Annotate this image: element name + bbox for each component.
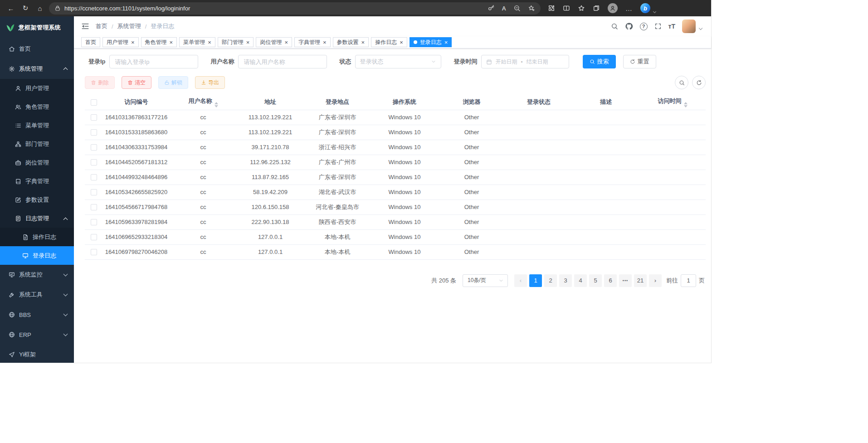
sidebar-item-operation-log[interactable]: 操作日志	[0, 228, 74, 246]
tab-dict-mgmt[interactable]: 字典管理×	[294, 37, 331, 47]
tab-close-icon[interactable]: ×	[361, 39, 365, 45]
tab-operation-log[interactable]: 操作日志×	[371, 37, 407, 47]
tab-close-icon[interactable]: ×	[131, 39, 135, 45]
search-button[interactable]: 搜索	[583, 55, 616, 68]
page-button-5[interactable]: 5	[589, 274, 602, 287]
table-row[interactable]: 1641044520567181312cc112.96.225.132广东省-广…	[85, 155, 706, 170]
browser-back-button[interactable]: ←	[4, 1, 18, 15]
tab-close-icon[interactable]: ×	[170, 39, 173, 45]
tab-role-mgmt[interactable]: 角色管理×	[141, 37, 177, 47]
header-search-icon[interactable]	[611, 23, 618, 30]
sort-icon[interactable]	[215, 102, 218, 107]
column-header-username[interactable]: 用户名称	[170, 95, 237, 110]
select-all-checkbox[interactable]	[91, 99, 97, 106]
delete-button[interactable]: 删除	[85, 76, 115, 89]
table-row[interactable]: 1641054566717984768cc120.6.150.158河北省-秦皇…	[85, 200, 706, 214]
table-row[interactable]: 1641069652933218304cc127.0.0.1本地-本机Windo…	[85, 229, 706, 244]
table-row[interactable]: 1641031533185863680cc113.102.129.221广东省-…	[85, 125, 706, 140]
status-select[interactable]: 登录状态	[355, 55, 441, 68]
row-checkbox[interactable]	[91, 114, 97, 121]
tab-close-icon[interactable]: ×	[208, 39, 211, 45]
table-row[interactable]: 1641053426655825920cc58.19.42.209湖北省-武汉市…	[85, 185, 706, 200]
password-key-icon[interactable]	[488, 5, 495, 12]
browser-home-button[interactable]: ⌂	[33, 1, 47, 15]
row-checkbox[interactable]	[91, 234, 97, 240]
sidebar-item-system-tools[interactable]: 系统工具	[0, 285, 74, 305]
prev-page-button[interactable]: ‹	[514, 274, 527, 287]
goto-page-input[interactable]	[681, 274, 696, 287]
column-header-visit-time[interactable]: 访问时间	[639, 95, 706, 110]
reset-button[interactable]: 重置	[623, 55, 656, 68]
browser-profile-avatar[interactable]	[608, 3, 618, 13]
sidebar-item-user-mgmt[interactable]: 用户管理	[0, 79, 74, 97]
help-icon[interactable]: ?	[640, 23, 648, 30]
row-checkbox[interactable]	[91, 204, 97, 210]
page-size-select[interactable]: 10条/页	[463, 274, 508, 287]
user-avatar[interactable]	[682, 19, 696, 33]
table-row[interactable]: 1641043063331753984cc39.171.210.78浙江省-绍兴…	[85, 140, 706, 155]
tab-menu-mgmt[interactable]: 菜单管理×	[179, 37, 215, 47]
clear-button[interactable]: 清空	[122, 76, 151, 89]
fullscreen-icon[interactable]	[654, 23, 662, 30]
row-checkbox[interactable]	[91, 219, 97, 225]
tab-close-icon[interactable]: ×	[323, 39, 327, 45]
login-time-range-picker[interactable]: 开始日期 - 结束日期	[481, 55, 569, 68]
unlock-button[interactable]: 解锁	[158, 76, 188, 89]
app-logo[interactable]: 意框架管理系统	[0, 16, 74, 39]
zoom-out-icon[interactable]	[513, 5, 521, 12]
sidebar-item-system-monitor[interactable]: 系统监控	[0, 265, 74, 285]
table-row[interactable]: 1641031367863177216cc113.102.129.221广东省-…	[85, 110, 706, 125]
font-size-icon[interactable]: тT	[668, 23, 675, 30]
row-checkbox[interactable]	[91, 174, 97, 180]
page-button-21[interactable]: 21	[634, 274, 647, 287]
username-input[interactable]	[238, 55, 327, 68]
github-icon[interactable]	[625, 22, 633, 30]
tab-post-mgmt[interactable]: 岗位管理×	[256, 37, 292, 47]
read-aloud-icon[interactable]: A	[502, 5, 506, 12]
add-favorite-icon[interactable]	[528, 5, 535, 12]
bing-copilot-icon[interactable]: b	[640, 3, 650, 13]
page-button-1[interactable]: 1	[529, 274, 542, 287]
breadcrumb-item[interactable]: 首页	[96, 22, 107, 30]
login-ip-input[interactable]	[109, 55, 198, 68]
sidebar-toggle-icon[interactable]	[81, 22, 89, 30]
sidebar-item-role-mgmt[interactable]: 角色管理	[0, 97, 74, 116]
sidebar-item-menu-mgmt[interactable]: 菜单管理	[0, 116, 74, 135]
tab-login-log[interactable]: 登录日志×	[410, 37, 452, 47]
tab-home[interactable]: 首页	[81, 37, 100, 47]
page-button-3[interactable]: 3	[559, 274, 572, 287]
table-row[interactable]: 1641044993248464896cc113.87.92.165广东省-深圳…	[85, 170, 706, 185]
tab-dept-mgmt[interactable]: 部门管理×	[218, 37, 254, 47]
sidebar-item-home[interactable]: 首页	[0, 39, 74, 59]
row-checkbox[interactable]	[91, 249, 97, 255]
sidebar-item-yi-framework[interactable]: Yi框架	[0, 345, 74, 363]
sidebar-item-dict-mgmt[interactable]: 字典管理	[0, 172, 74, 190]
refresh-table-button[interactable]	[692, 76, 706, 89]
favorites-icon[interactable]	[578, 5, 585, 12]
breadcrumb-item[interactable]: 系统管理	[117, 22, 141, 30]
tab-param-settings[interactable]: 参数设置×	[333, 37, 369, 47]
sidebar-item-system-mgmt[interactable]: 系统管理	[0, 59, 74, 79]
browser-menu-icon[interactable]: …	[625, 5, 633, 12]
browser-reload-button[interactable]: ↻	[18, 1, 33, 15]
sidebar-item-param-settings[interactable]: 参数设置	[0, 190, 74, 209]
row-checkbox[interactable]	[91, 144, 97, 151]
page-button-4[interactable]: 4	[574, 274, 587, 287]
page-button-6[interactable]: 6	[604, 274, 617, 287]
sidebar-item-bbs[interactable]: BBS	[0, 305, 74, 325]
row-checkbox[interactable]	[91, 129, 97, 136]
tab-close-icon[interactable]: ×	[444, 39, 448, 45]
sidebar-item-dept-mgmt[interactable]: 部门管理	[0, 135, 74, 153]
table-row[interactable]: 1641069798270046208cc127.0.0.1本地-本机Windo…	[85, 244, 706, 259]
next-page-button[interactable]: ›	[649, 274, 662, 287]
row-checkbox[interactable]	[91, 159, 97, 166]
pager-more-button[interactable]: •••	[619, 274, 632, 287]
sidebar-item-post-mgmt[interactable]: 岗位管理	[0, 153, 74, 172]
row-checkbox[interactable]	[91, 189, 97, 195]
page-button-2[interactable]: 2	[544, 274, 557, 287]
table-row[interactable]: 1641059633978281984cc222.90.130.18陕西省-西安…	[85, 214, 706, 229]
tab-close-icon[interactable]: ×	[246, 39, 250, 45]
tab-user-mgmt[interactable]: 用户管理×	[102, 37, 139, 47]
split-screen-icon[interactable]	[563, 5, 570, 12]
browser-address-bar[interactable]: https://ccnetcore.com:1101/system/log/lo…	[49, 2, 541, 15]
